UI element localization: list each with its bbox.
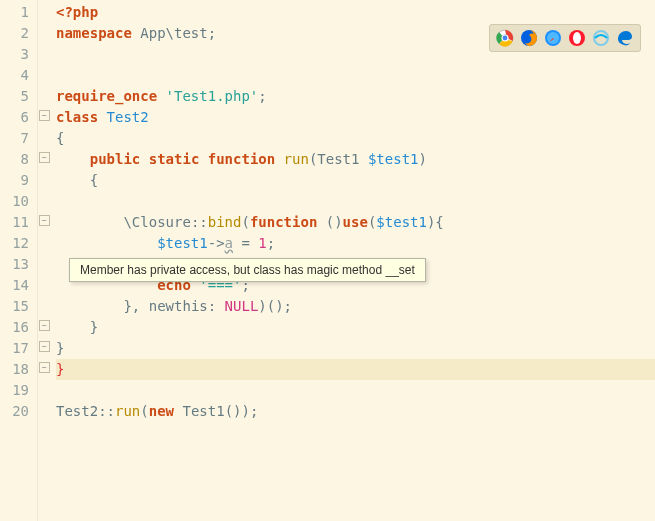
fold-toggle-icon[interactable]: −: [39, 320, 50, 331]
code-line: }, newthis: NULL)();: [56, 296, 655, 317]
firefox-icon[interactable]: [520, 29, 538, 47]
ie-icon[interactable]: [592, 29, 610, 47]
line-number: 14: [8, 275, 29, 296]
svg-point-2: [502, 35, 508, 41]
code-line: {: [56, 170, 655, 191]
line-number: 16: [8, 317, 29, 338]
fold-toggle-icon[interactable]: −: [39, 152, 50, 163]
line-number: 8: [8, 149, 29, 170]
code-line: require_once 'Test1.php';: [56, 86, 655, 107]
code-line: {: [56, 128, 655, 149]
svg-point-7: [573, 32, 581, 44]
fold-toggle-icon[interactable]: −: [39, 215, 50, 226]
cursor-brace: }: [56, 361, 64, 377]
line-number: 3: [8, 44, 29, 65]
code-line: <?php: [56, 2, 655, 23]
code-line-active: }: [56, 359, 655, 380]
line-number: 20: [8, 401, 29, 422]
line-number: 7: [8, 128, 29, 149]
line-number: 13: [8, 254, 29, 275]
chrome-icon[interactable]: [496, 29, 514, 47]
line-number: 5: [8, 86, 29, 107]
safari-icon[interactable]: [544, 29, 562, 47]
opera-icon[interactable]: [568, 29, 586, 47]
line-number: 9: [8, 170, 29, 191]
code-line: [56, 380, 655, 401]
line-number: 19: [8, 380, 29, 401]
inspection-tooltip: Member has private access, but class has…: [69, 258, 426, 282]
code-line: [56, 191, 655, 212]
fold-toggle-icon[interactable]: −: [39, 362, 50, 373]
fold-toggle-icon[interactable]: −: [39, 341, 50, 352]
code-line: }: [56, 338, 655, 359]
line-number: 11: [8, 212, 29, 233]
line-number: 10: [8, 191, 29, 212]
line-number: 4: [8, 65, 29, 86]
code-line: Test2::run(new Test1());: [56, 401, 655, 422]
line-number: 18: [8, 359, 29, 380]
line-number: 2: [8, 23, 29, 44]
line-number: 12: [8, 233, 29, 254]
code-line: }: [56, 317, 655, 338]
line-number: 6: [8, 107, 29, 128]
code-line: [56, 65, 655, 86]
edge-icon[interactable]: [616, 29, 634, 47]
line-number: 1: [8, 2, 29, 23]
fold-gutter: − − − − − −: [38, 0, 52, 521]
line-number: 15: [8, 296, 29, 317]
browser-preview-panel: [489, 24, 641, 52]
code-line: class Test2: [56, 107, 655, 128]
code-line: \Closure::bind(function ()use($test1){: [56, 212, 655, 233]
fold-toggle-icon[interactable]: −: [39, 110, 50, 121]
code-line: $test1->a = 1;: [56, 233, 655, 254]
line-number: 17: [8, 338, 29, 359]
line-number-gutter: 1 2 3 4 5 6 7 8 9 10 11 12 13 14 15 16 1…: [0, 0, 38, 521]
tooltip-text: Member has private access, but class has…: [80, 263, 415, 277]
code-line: public static function run(Test1 $test1): [56, 149, 655, 170]
